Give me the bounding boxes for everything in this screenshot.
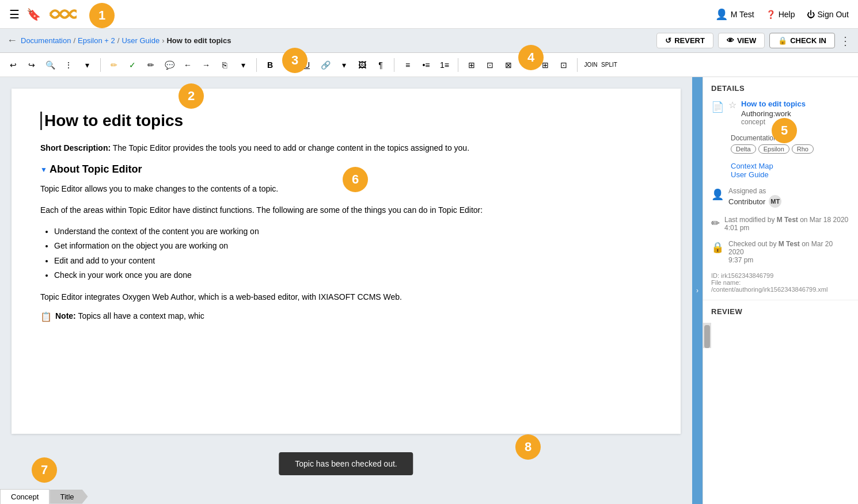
doc-title[interactable]: How to edit topics [741,100,850,108]
bold-button[interactable]: B [261,56,279,74]
path-label: Documentation / [731,134,850,142]
bullet-list: Understand the context of the content yo… [54,224,652,282]
edit2-button[interactable]: ✏ [142,56,160,74]
document-title: How to edit topics [40,112,652,130]
table1-button[interactable]: ⊞ [463,56,480,74]
hamburger-icon[interactable]: ☰ [9,7,20,21]
review-header: REVIEW [711,307,850,316]
file-label: File name: /content/authoring/irk1562343… [711,279,850,293]
list3-button[interactable]: 1≡ [436,56,453,74]
toolbar-join-group: JOIN SPLIT [582,56,618,74]
view-icon: 👁 [727,36,734,45]
tag-rho[interactable]: Rho [792,144,814,154]
toast-message: Topic has been checked out. [295,459,397,468]
tags-content: Documentation / Delta Epsilon Rho [731,134,850,154]
undo-button[interactable]: ↩ [5,56,22,74]
back-button-toolbar[interactable]: ← [179,56,196,74]
context-map-link[interactable]: Context Map [731,162,850,170]
view-button[interactable]: 👁 VIEW [718,33,765,48]
table3-button[interactable]: ⊠ [500,56,517,74]
breadcrumb-documentation[interactable]: Documentation [21,36,71,45]
section1-heading: ▼ About Topic Editor [40,163,652,175]
right-panel-container: › DETAILS 📄 ☆ How to edit topics Authori… [692,77,858,504]
italic-button[interactable]: I [280,56,297,74]
list-item: Understand the context of the content yo… [54,224,652,239]
copy-button[interactable]: ⎘ [216,56,233,74]
authoring-sub: concept [741,118,850,126]
list-item: Check in your work once you are done [54,268,652,282]
comment-button[interactable]: 💬 [161,56,178,74]
split-button[interactable]: SPLIT [601,56,618,74]
help-icon: ❓ [766,10,776,19]
edit-icon: ✏ [711,217,720,230]
table4-button[interactable]: ⊟ [518,56,536,74]
details-section: DETAILS 📄 ☆ How to edit topics Authoring… [703,77,858,300]
tab-title-label: Title [60,492,74,501]
search-button[interactable]: 🔍 [41,56,59,74]
underline-button[interactable]: U [298,56,316,74]
dropdown-button[interactable]: ▾ [78,56,96,74]
checked-out-time: 9:37 pm [728,256,850,264]
more-options-icon[interactable]: ⋮ [840,34,851,48]
breadcrumb-actions: ↺ REVERT 👁 VIEW 🔒 CHECK IN ⋮ [656,33,851,48]
breadcrumb-epsilon[interactable]: Epsilon + 2 [78,36,115,45]
detail-last-modified: ✏ Last modified by M Test on Mar 18 2020… [711,216,850,232]
tab-concept[interactable]: Concept [0,489,50,504]
help-button[interactable]: ❓ Help [766,10,795,19]
collapse-arrow[interactable]: ▼ [40,166,47,174]
tag-delta[interactable]: Delta [731,144,756,154]
table5-button[interactable]: ⊞ [537,56,554,74]
lock-icon: 🔒 [711,241,724,254]
editor-area[interactable]: How to edit topics Short Description: Th… [0,77,692,504]
toolbar-divider-3 [394,58,394,72]
signout-label: Sign Out [818,10,849,19]
list2-button[interactable]: •≡ [417,56,435,74]
accept-button[interactable]: ✓ [124,56,141,74]
breadcrumb-userguide[interactable]: User Guide [122,36,160,45]
last-modified-time: 4:01 pm [724,224,850,232]
forward-button-toolbar[interactable]: → [198,56,215,74]
list-item: Get information on the object you are wo… [54,239,652,253]
tag-epsilon[interactable]: Epsilon [758,144,789,154]
redo-button[interactable]: ↪ [23,56,40,74]
list1-button[interactable]: ≡ [399,56,416,74]
signout-button[interactable]: ⏻ Sign Out [807,10,849,19]
revert-icon: ↺ [665,36,671,45]
link-dropdown[interactable]: ▾ [335,56,352,74]
para1: Topic Editor allows you to make changes … [40,182,652,195]
breadcrumb-current: How to edit topics [166,36,231,45]
panel-toggle-button[interactable]: › [692,77,703,504]
link-button[interactable]: 🔗 [317,56,334,74]
panel-toggle-icon: › [696,287,698,295]
detail-context-map: Context Map User Guide [711,162,850,179]
back-button[interactable]: ← [7,35,17,47]
tab-title[interactable]: Title [50,490,88,504]
signout-icon: ⏻ [807,10,815,19]
checkin-label: CHECK IN [790,36,826,45]
copy-dropdown[interactable]: ▾ [234,56,252,74]
short-desc-label: Short Description: [40,143,111,152]
user-menu[interactable]: 👤 M Test [715,8,754,21]
logo[interactable] [48,4,77,24]
para2: Each of the areas within Topic Editor ha… [40,204,652,216]
note-text: Note: Topics all have a context map, whi… [55,311,204,320]
edit-button[interactable]: ✏ [105,56,123,74]
image-button[interactable]: 🖼 [354,56,371,74]
paragraph-button[interactable]: ¶ [372,56,389,74]
join-button[interactable]: JOIN [582,56,599,74]
table6-button[interactable]: ⊡ [555,56,572,74]
bookmark-icon[interactable]: 🔖 [26,7,41,21]
checkin-button[interactable]: 🔒 CHECK IN [769,33,835,48]
table2-button[interactable]: ⊡ [481,56,499,74]
para3: Topic Editor integrates Oxygen Web Autho… [40,291,652,303]
more-button[interactable]: ⋮ [60,56,77,74]
right-scrollbar[interactable] [703,323,711,348]
star-icon[interactable]: ☆ [728,100,736,110]
assigned-content: Assigned as Contributor MT [728,187,850,208]
short-desc-text: The Topic Editor provides the tools you … [113,143,469,152]
revert-button[interactable]: ↺ REVERT [656,33,713,48]
last-modified-label: Last modified by M Test on Mar 18 2020 [724,216,850,224]
editor-paper: How to edit topics Short Description: Th… [12,89,681,434]
toolbar: ↩ ↪ 🔍 ⋮ ▾ ✏ ✓ ✏ 💬 ← → ⎘ ▾ B I U 🔗 ▾ 🖼 ¶ … [0,53,858,77]
user-guide-link[interactable]: User Guide [731,170,850,179]
